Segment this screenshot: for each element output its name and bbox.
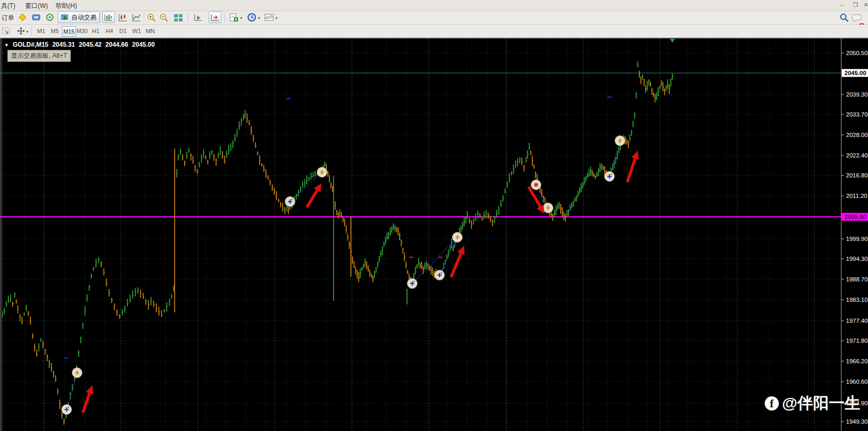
- menu-item[interactable]: 具(T): [1, 2, 15, 10]
- terminal-icon[interactable]: [31, 13, 41, 23]
- cursor-marquee-icon[interactable]: [1, 26, 12, 36]
- timeframe-MN[interactable]: MN: [144, 26, 157, 36]
- sell-signal-marker: [531, 180, 541, 190]
- hline-price-box: 2005.80: [844, 214, 866, 220]
- bar-chart-button[interactable]: [102, 12, 115, 23]
- price-low: 2044.66: [105, 41, 128, 48]
- axis-price-label: 1977.40: [846, 318, 868, 324]
- price-close: 2045.00: [132, 41, 155, 48]
- axis-price-label: 1999.90: [846, 236, 868, 242]
- trade-panel-tooltip: 显示交易面板, Alt+T: [7, 50, 71, 62]
- timeframe-toolbar: ▾ M1M5M15M30H1H4D1W1MN: [0, 25, 868, 38]
- axis-price-label: 2050.50: [846, 50, 868, 56]
- tile-windows-icon[interactable]: [173, 13, 184, 23]
- axis-price-label: 1988.70: [846, 276, 868, 282]
- market-watch-icon[interactable]: [45, 13, 55, 23]
- add-indicator-icon[interactable]: [229, 13, 239, 23]
- periods-clock-icon[interactable]: [247, 13, 257, 23]
- axis-price-label: 1994.30: [846, 256, 868, 262]
- add-indicator-caret[interactable]: ▾: [240, 16, 242, 20]
- chart-area[interactable]: 2050.502039.302033.702028.002022.402016.…: [0, 38, 868, 431]
- new-order-label[interactable]: 订单: [2, 14, 14, 23]
- templates-caret[interactable]: ▾: [275, 16, 277, 20]
- zoom-out-icon[interactable]: [159, 13, 169, 23]
- timeframe-M15[interactable]: M15: [62, 26, 76, 37]
- price-open: 2045.31: [52, 41, 75, 48]
- timeframe-M1[interactable]: M1: [35, 26, 48, 36]
- close-button[interactable]: ✕: [860, 1, 868, 9]
- mt4-window: 具(T)窗口(W)帮助(H) – ❐ ✕ 订单 自动交易: [0, 0, 868, 431]
- buy-signal-marker: [285, 197, 295, 207]
- menu-item[interactable]: 帮助(H): [56, 2, 77, 10]
- timeframe-W1[interactable]: W1: [130, 26, 143, 36]
- crosshair-caret[interactable]: ▾: [26, 29, 28, 34]
- axis-price-label: 2033.70: [846, 111, 868, 118]
- profit-signal-marker: [543, 203, 553, 213]
- watermark: f @伴阳一生: [765, 393, 860, 414]
- timeframe-H4[interactable]: H4: [103, 26, 116, 36]
- profit-signal-marker: [453, 233, 463, 243]
- line-chart-button[interactable]: [131, 13, 142, 23]
- new-order-icon[interactable]: [17, 13, 28, 23]
- buy-signal-marker: [605, 172, 615, 182]
- axis-price-label: 2028.00: [846, 132, 868, 138]
- chart-shift-button[interactable]: [209, 12, 221, 23]
- watermark-text: @伴阳一生: [782, 393, 860, 414]
- chart-title: ▼ GOLD#,M15 2045.31 2045.42 2044.66 2045…: [4, 41, 157, 48]
- axis-price-label: 2011.20: [846, 193, 867, 199]
- buy-signal-marker: [435, 270, 445, 280]
- menu-item[interactable]: 窗口(W): [25, 2, 48, 10]
- title-bar: 具(T)窗口(W)帮助(H) – ❐ ✕: [0, 0, 868, 11]
- profit-signal-marker: [615, 136, 625, 146]
- axis-price-label: 2022.40: [846, 152, 868, 159]
- minimize-button[interactable]: –: [836, 1, 848, 9]
- candlestick-chart-button[interactable]: [117, 13, 128, 23]
- axis-price-label: 1983.10: [846, 297, 868, 303]
- auto-scroll-icon[interactable]: [193, 13, 203, 23]
- axis-price-label: 2039.30: [846, 91, 868, 98]
- timeframe-M5[interactable]: M5: [48, 26, 61, 36]
- collapse-arrow-icon[interactable]: ▼: [4, 43, 9, 48]
- buy-signal-marker: [62, 405, 72, 415]
- main-toolbar: 订单 自动交易: [0, 11, 868, 25]
- chat-icon[interactable]: [852, 13, 862, 23]
- search-icon[interactable]: [839, 13, 850, 23]
- timeframe-M30[interactable]: M30: [76, 26, 89, 36]
- profit-signal-marker: [72, 368, 82, 378]
- autotrade-button[interactable]: 自动交易: [58, 12, 100, 23]
- zoom-in-icon[interactable]: [146, 13, 157, 23]
- templates-icon[interactable]: [264, 13, 274, 23]
- timeframe-D1[interactable]: D1: [116, 26, 130, 36]
- autotrade-icon: [61, 14, 69, 21]
- axis-price-label: 1966.20: [846, 358, 868, 364]
- autotrade-label: 自动交易: [71, 13, 97, 22]
- axis-price-label: 1960.60: [846, 379, 868, 385]
- chart-symbol: GOLD#,M15: [13, 41, 48, 48]
- axis-price-label: 1971.80: [846, 338, 868, 344]
- price-chart[interactable]: 2050.502039.302033.702028.002022.402016.…: [0, 38, 868, 431]
- timeframe-H1[interactable]: H1: [89, 26, 102, 36]
- periods-caret[interactable]: ▾: [258, 16, 260, 20]
- axis-price-label: 1949.30: [846, 418, 868, 425]
- buy-signal-marker: [408, 279, 417, 289]
- restore-button[interactable]: ❐: [850, 1, 861, 9]
- price-high: 2045.42: [79, 41, 101, 48]
- crosshair-icon[interactable]: [16, 26, 26, 36]
- facebook-icon: f: [765, 396, 779, 411]
- bid-price-box: 2045.00: [844, 70, 866, 76]
- profit-signal-marker: [317, 167, 327, 177]
- axis-price-label: 2016.80: [846, 172, 868, 178]
